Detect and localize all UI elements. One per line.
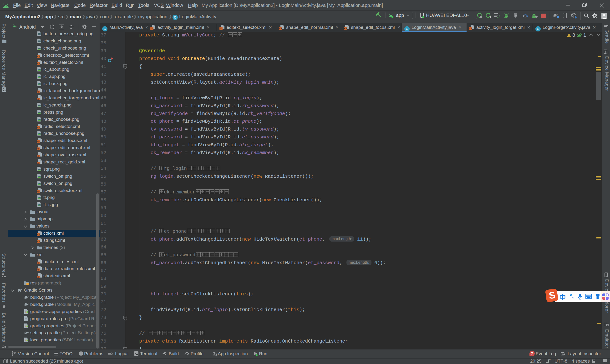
svg-text:<>: <>: [37, 127, 39, 129]
svg-text:<>: <>: [37, 55, 39, 58]
svg-text:<>: <>: [37, 234, 39, 236]
svg-text:<>: <>: [37, 63, 39, 65]
svg-text:<>: <>: [37, 262, 39, 264]
svg-text:<>: <>: [37, 155, 39, 157]
svg-text:<>: <>: [37, 269, 39, 271]
svg-text:<>: <>: [469, 28, 472, 30]
svg-text:<>: <>: [37, 276, 39, 278]
svg-text:<>: <>: [37, 241, 39, 243]
svg-text:<>: <>: [151, 28, 153, 30]
svg-text:<>: <>: [37, 162, 39, 165]
svg-text:<>: <>: [344, 28, 347, 30]
svg-text:A: A: [489, 15, 491, 19]
svg-text:<>: <>: [37, 191, 39, 193]
svg-text:<>: <>: [37, 98, 39, 101]
svg-text:<>: <>: [279, 28, 282, 30]
svg-text:<>: <>: [37, 141, 39, 143]
svg-text:<>: <>: [37, 148, 39, 150]
svg-text:<>: <>: [220, 28, 222, 30]
svg-text:<>: <>: [37, 91, 39, 93]
